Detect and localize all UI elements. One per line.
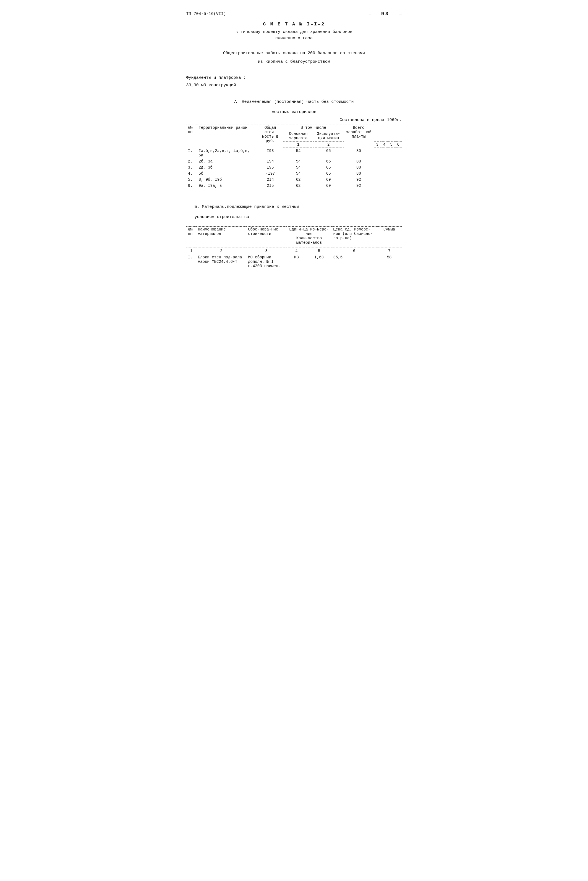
row-machine: 65 [314, 165, 344, 171]
col-header-in-that-number: В том числе [283, 125, 344, 131]
row-salary: 62 [283, 183, 313, 189]
b-row-reason: МО сборник дополн. № I п.4203 примен. [246, 254, 286, 269]
row-wage: 80 [344, 148, 374, 158]
table-row: 6. 9а, I9а, в 2I5 62 69 92 [186, 183, 402, 189]
col-header-total: Общая стои-мость в руб. [257, 125, 284, 148]
col-header-machine: Эксплуата-ция машин [314, 131, 344, 141]
row-num: 3. [186, 165, 197, 171]
row-machine: 65 [314, 158, 344, 165]
subtitle-line2: к типовому проекту склада для хранения б… [186, 30, 402, 34]
b-col-price: Цена ед. измере-ния (для базисно-го р-на… [332, 226, 377, 247]
section-b-header-row: №№ пп Наименование материалов Обос-нова-… [186, 226, 402, 246]
b-col-sum: Сумма [377, 226, 402, 247]
row-machine: 69 [314, 183, 344, 189]
row-total: I94 [257, 158, 284, 165]
row-machine: 65 [314, 148, 344, 158]
row-wage: 80 [344, 158, 374, 165]
row-total: ·I97 [257, 171, 284, 177]
document-header: ТП 704-5-16(VII) — 93 — [186, 11, 402, 16]
row-region: Iа,б,в,2а,в,г, 4а,б,в, 5а [197, 148, 257, 158]
row-machine: 69 [314, 177, 344, 183]
row-region: 5б [197, 171, 257, 177]
b-row-qty: I,63 [307, 254, 332, 269]
row-total: I95 [257, 165, 284, 171]
row-total: 2I4 [257, 177, 284, 183]
col-header-wage: Всего заработ-ной пла-ты [344, 125, 374, 148]
col-header-region: Территориальный район [197, 125, 257, 148]
row-region: 2д, 3б [197, 165, 257, 171]
table-row: 2. 2б, 3а I94 54 65 80 [186, 158, 402, 165]
foundation-label1: Фундаменты и платформа : [186, 75, 402, 80]
row-num: 2. [186, 158, 197, 165]
row-region: 2б, 3а [197, 158, 257, 165]
row-salary: 54 [283, 158, 313, 165]
row-region: 9а, I9а, в [197, 183, 257, 189]
b-row-num: I. [186, 254, 196, 269]
row-machine: 65 [314, 171, 344, 177]
section-a-subheading: местных материалов [186, 110, 402, 114]
foundation-label2: 33,30 м3 конструкций [186, 83, 402, 88]
row-total: 2I5 [257, 183, 284, 189]
col-header-salary: Основная зарплата [283, 131, 313, 141]
description-line1: Общестроительные работы склада на 200 ба… [186, 51, 402, 55]
subtitle-line3: сжиженного газа [186, 36, 402, 40]
table-row: 5. 8, 9б, I9б 2I4 62 69 92 [186, 177, 402, 183]
row-salary: 54 [283, 171, 313, 177]
page-number-area: — 93 — [369, 11, 402, 16]
b-row-name: Блоки стен под-вала марки ФБС24.4.6-Т [196, 254, 246, 269]
row-wage: 92 [344, 183, 374, 189]
table-row: 4. 5б ·I97 54 65 80 [186, 171, 402, 177]
b-col-unit-qty-group: Едини-ца из-мере-ния Коли-чество матери-… [286, 226, 332, 246]
b-row-price: 35,6 [332, 254, 377, 269]
description-line2: из кирпича с благоустройством [186, 59, 402, 64]
section-a-table: №№ пп Территориальный район Общая стои-м… [186, 124, 402, 189]
row-wage: 80 [344, 165, 374, 171]
row-total: I93 [257, 148, 284, 158]
section-a-heading: А. Неизменяемая (постоянная) часть без с… [186, 99, 402, 104]
section-b-table: №№ пп Наименование материалов Обос-нова-… [186, 226, 402, 269]
row-salary: 54 [283, 165, 313, 171]
b-col-reason: Обос-нова-ние стои-мости [246, 226, 286, 247]
b-row-unit: М3 [286, 254, 307, 269]
doc-code: ТП 704-5-16(VII) [186, 12, 226, 16]
row-wage: 80 [344, 171, 374, 177]
row-num: I. [186, 148, 197, 158]
section-b-heading2: условиям строительства [186, 215, 402, 219]
row-region: 8, 9б, I9б [197, 177, 257, 183]
row-num: 6. [186, 183, 197, 189]
row-num: 5. [186, 177, 197, 183]
col-header-num: №№ пп [186, 125, 197, 148]
document-title: С М Е Т А № I–I–2 [186, 21, 402, 27]
b-col-num: №№ пп [186, 226, 196, 247]
table-row: 3. 2д, 3б I95 54 65 80 [186, 165, 402, 171]
row-num: 4. [186, 171, 197, 177]
row-wage: 92 [344, 177, 374, 183]
b-col-name: Наименование материалов [196, 226, 246, 247]
table-row: I. Блоки стен под-вала марки ФБС24.4.6-Т… [186, 254, 402, 269]
table-header-row: №№ пп Территориальный район Общая стои-м… [186, 125, 402, 131]
row-salary: 54 [283, 148, 313, 158]
row-salary: 62 [283, 177, 313, 183]
section-b-heading1: Б. Материалы,подлежащие привязке к местн… [186, 204, 402, 209]
section-b-col-num-row: 1 2 3 4 5 6 7 [186, 247, 402, 254]
composed-line: Составлена в ценах 1969г. [186, 118, 402, 123]
table-row: I. Iа,б,в,2а,в,г, 4а,б,в, 5а I93 54 65 8… [186, 148, 402, 158]
b-row-sum: 58 [377, 254, 402, 269]
